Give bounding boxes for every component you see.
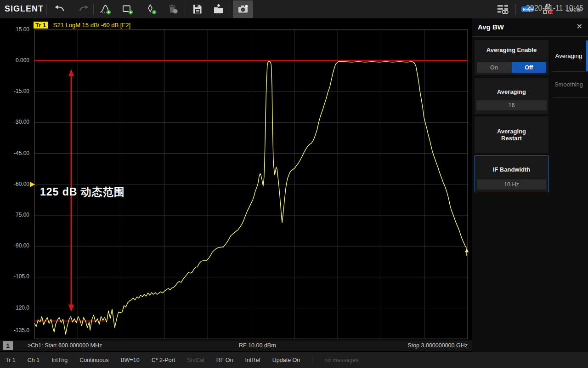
add-marker-icon <box>145 3 157 15</box>
redo-icon <box>78 3 90 15</box>
channel-start-label[interactable]: >Ch1: Start 600.000000 MHz <box>28 340 102 351</box>
clock-label: 2020-01-11 10:45 <box>526 0 583 16</box>
trace-end-marker-icon <box>465 248 469 256</box>
add-marker-button[interactable] <box>141 0 161 18</box>
setup-list-button[interactable] <box>493 0 514 18</box>
add-trace-icon <box>100 3 112 15</box>
statusbar-item-intref[interactable]: IntRef <box>245 357 260 363</box>
toolbar-separator <box>46 4 47 15</box>
setup-list-icon <box>497 4 510 14</box>
tab-divider <box>552 97 588 98</box>
averaging-off-option[interactable]: Off <box>512 62 547 73</box>
y-axis-tick-label: -45.00 <box>0 150 29 156</box>
if-bandwidth-tile[interactable]: IF Bandwidth 10 Hz <box>475 155 548 192</box>
add-window-icon <box>122 3 134 15</box>
averaging-title: Averaging <box>475 88 548 95</box>
channel-number-badge[interactable]: 1 <box>3 341 13 350</box>
statusbar-item-update-on[interactable]: Update On <box>272 357 300 363</box>
add-trace-button[interactable] <box>96 0 116 18</box>
averaging-restart-line2: Restart <box>475 135 548 142</box>
toolbar-separator <box>515 4 516 15</box>
panel-tab-rail: Averaging Smoothing <box>549 37 588 352</box>
screenshot-button[interactable] <box>233 0 253 18</box>
status-bar: Tr 1Ch 1IntTrigContinuousBW=10C* 2-PortS… <box>0 352 588 368</box>
gridlines <box>34 30 468 339</box>
y-axis-tick-label: -135.0 <box>0 327 29 334</box>
save-icon <box>192 3 204 15</box>
statusbar-item-continuous[interactable]: Continuous <box>79 357 108 363</box>
averaging-enable-toggle: On Off <box>477 62 546 73</box>
recall-button[interactable] <box>209 0 229 18</box>
open-folder-icon <box>213 3 225 15</box>
y-axis-tick-label: -30.00 <box>0 119 29 125</box>
y-axis-tick-label: -105.0 <box>0 273 29 280</box>
averaging-restart-line1: Averaging <box>475 128 548 135</box>
y-axis-tick-label: -120.0 <box>0 305 29 311</box>
tab-averaging[interactable]: Averaging <box>549 40 588 71</box>
svg-text:H: H <box>522 7 526 12</box>
statusbar-item-ch-1[interactable]: Ch 1 <box>28 357 40 363</box>
y-axis-tick-label: -15.00 <box>0 88 29 94</box>
statusbar-item-bw-10[interactable]: BW=10 <box>120 357 139 363</box>
statusbar-item-no-messages: no messages <box>324 357 358 363</box>
trash-icon <box>167 3 179 15</box>
dynamic-range-annotation: 125 dB 动态范围 <box>40 185 125 199</box>
toolbar-separator <box>185 4 185 15</box>
y-axis-tick-label: -90.00 <box>0 242 29 249</box>
channel-stop-label[interactable]: Stop 3.000000000 GHz <box>407 340 468 351</box>
y-axis-tick-label: 0.000 <box>0 57 29 63</box>
close-icon[interactable]: ✕ <box>577 22 582 31</box>
averaging-on-option[interactable]: On <box>477 62 512 73</box>
undo-button[interactable] <box>50 0 70 18</box>
if-bandwidth-value[interactable]: 10 Hz <box>477 179 546 190</box>
statusbar-item-tr-1[interactable]: Tr 1 <box>6 357 16 363</box>
statusbar-item-c-2-port[interactable]: C* 2-Port <box>152 357 175 363</box>
y-axis-tick-label: 15.00 <box>0 26 29 33</box>
averaging-tile[interactable]: Averaging 16 <box>475 78 548 114</box>
statusbar-separator <box>312 356 312 363</box>
averaging-enable-title: Averaging Enable <box>475 46 548 53</box>
save-button[interactable] <box>187 0 208 18</box>
y-axis-tick-label: -75.00 <box>0 212 29 218</box>
avg-bw-panel: Avg BW ✕ Averaging Enable On Off Averagi… <box>472 18 588 352</box>
delete-button[interactable] <box>163 0 183 18</box>
reference-level-marker-icon <box>30 182 35 187</box>
averaging-value[interactable]: 16 <box>476 100 547 110</box>
rf-power-label[interactable]: RF 10.00 dBm <box>239 340 276 351</box>
active-tab-indicator <box>586 40 588 71</box>
plot-area[interactable]: Tr 1 S21 LogM 15 dB/ -60 dB [F2] 15.000.… <box>0 18 472 352</box>
add-window-button[interactable] <box>118 0 138 18</box>
top-toolbar: SIGLENT <box>0 0 588 18</box>
averaging-restart-button[interactable]: Averaging Restart <box>475 116 548 153</box>
tab-smoothing[interactable]: Smoothing <box>549 72 588 97</box>
y-axis-tick-label: -60.00 <box>0 181 29 187</box>
channel-footer: 1 >Ch1: Start 600.000000 MHz RF 10.00 dB… <box>0 340 472 351</box>
statusbar-item-rf-on[interactable]: RF On <box>216 357 233 363</box>
redo-button[interactable] <box>74 0 94 18</box>
toolbar-separator <box>230 4 230 15</box>
if-bandwidth-title: IF Bandwidth <box>475 166 548 173</box>
undo-icon <box>54 3 66 15</box>
averaging-enable-tile: Averaging Enable On Off <box>475 40 548 75</box>
statusbar-item-inttrig[interactable]: IntTrig <box>51 357 68 363</box>
statusbar-item-srccal: SrcCal <box>187 357 204 363</box>
panel-title: Avg BW <box>478 23 504 31</box>
camera-icon <box>237 3 249 15</box>
toolbar-separator <box>93 4 94 15</box>
siglent-logo: SIGLENT <box>5 4 44 14</box>
